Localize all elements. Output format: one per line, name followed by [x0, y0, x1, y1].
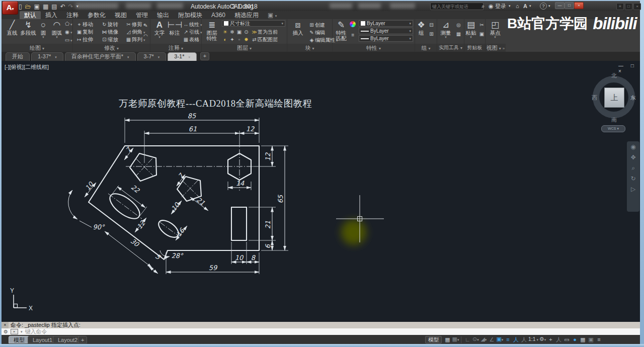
open-file-icon[interactable]: 🗁 — [25, 3, 31, 10]
drawing-note-text[interactable]: 万老师原创教程---CAD2018全新高端绘图教程 — [119, 99, 312, 109]
leader-button[interactable]: ↗引线 ▾ — [183, 28, 202, 36]
new-tab-button[interactable]: + — [200, 52, 209, 60]
view-cube-top-face[interactable]: 上 — [604, 88, 624, 108]
full-navigation-wheel-icon[interactable]: ◉ — [630, 143, 635, 150]
tab-insert[interactable]: 插入 — [41, 11, 62, 19]
command-prompt-icon[interactable]: ▸ — [11, 329, 18, 334]
insert-block-button[interactable]: ⧈插入 — [290, 20, 305, 36]
mirror-button[interactable]: ⋈镜像 — [101, 28, 118, 36]
object-snap-tracking-icon[interactable]: ∠ — [488, 335, 496, 344]
rectangle-tool-icon[interactable]: ▭▾ — [64, 36, 72, 44]
player-control-icon[interactable]: ≡ — [616, 3, 624, 10]
wcs-menu[interactable]: WCS ▾ — [601, 125, 625, 132]
panel-label-properties[interactable]: 特性 ▾ — [333, 44, 415, 52]
lineweight-dropdown[interactable]: ByLayer▾ — [359, 35, 413, 42]
layer-lock-icon[interactable]: ▣ — [236, 28, 243, 36]
customization-menu-icon[interactable]: ≡ — [595, 335, 603, 344]
panel-label-modify[interactable]: 修改 ▾ — [73, 44, 150, 52]
group-button[interactable]: ❖组 — [415, 20, 427, 36]
sign-in-label[interactable]: 登录 — [495, 3, 506, 10]
clean-screen-icon[interactable]: ▣ — [587, 335, 595, 344]
ribbon-options-icon[interactable]: ▣ ▾ — [263, 11, 281, 19]
units-icon[interactable]: 人 — [555, 335, 562, 344]
copy-button[interactable]: ▣复制 — [76, 28, 93, 36]
customize-wrench-icon[interactable]: ⚙ — [4, 328, 8, 335]
centerlines[interactable] — [108, 149, 254, 235]
autodesk-a360-icon[interactable]: A — [523, 3, 527, 10]
compass-south[interactable]: 南 — [611, 116, 617, 124]
compass-east[interactable]: 东 — [630, 94, 636, 102]
help-dropdown-icon[interactable]: ▾ — [548, 3, 550, 10]
copy-clip-icon[interactable]: ▣ — [478, 30, 485, 38]
player-control-icon[interactable]: × — [633, 3, 641, 10]
a360-dropdown-icon[interactable]: ▾ — [529, 3, 531, 10]
help-icon[interactable]: ? — [540, 3, 547, 10]
tab-view[interactable]: 视图 — [110, 11, 131, 19]
move-button[interactable]: ⌖移动 — [76, 21, 93, 28]
orbit-icon[interactable]: ↻ — [630, 175, 635, 182]
paste-button[interactable]: ▤粘贴▾ — [464, 20, 477, 39]
undo-icon[interactable]: ↶ — [60, 3, 65, 10]
viewport-controls[interactable]: [-][俯视][二维线框] — [5, 63, 49, 71]
lineweight-list-icon[interactable]: ≡ — [350, 31, 356, 39]
ortho-toggle-icon[interactable]: ∟ — [464, 335, 471, 344]
command-close-icon[interactable]: × — [2, 322, 9, 328]
calculator-icon[interactable]: ▦ — [455, 30, 462, 38]
sign-in-dropdown-icon[interactable]: ▾ — [509, 3, 511, 10]
layer-properties-button[interactable]: ≣ 图层特性 — [204, 20, 220, 41]
object-color-dropdown[interactable]: ByLayer▾ — [359, 20, 413, 27]
isometric-drafting-icon[interactable]: ◢▾ — [480, 334, 488, 344]
tab-a360[interactable]: A360 — [207, 11, 230, 19]
layer-walk-icon[interactable]: ✹ — [243, 36, 250, 43]
tab-manage[interactable]: 管理 — [131, 11, 152, 19]
annotation-scale-icon[interactable]: 人 — [520, 335, 528, 344]
quick-select-icon[interactable]: ◎ — [455, 21, 462, 29]
circle-button[interactable]: ○圆▾ — [37, 20, 50, 39]
compass-north[interactable]: 北 — [611, 72, 617, 79]
tab-output[interactable]: 输出 — [152, 11, 174, 19]
panel-label-clipboard[interactable]: 剪贴板 — [464, 44, 485, 52]
command-input-placeholder[interactable]: 键入命令 — [25, 328, 47, 335]
panel-label-view[interactable]: 视图 ▾ » — [486, 44, 506, 52]
polygon-tool-icon[interactable]: ⬠▾ — [64, 20, 72, 28]
match-layer-button[interactable]: ⇄匹配图层 — [251, 36, 278, 43]
workspace-switching-icon[interactable]: ⚙▾ — [539, 334, 546, 344]
dimension-button[interactable]: ⊢⊣标注 — [168, 20, 182, 36]
view-cube[interactable]: 北 西 东 南 上 WCS ▾ — [590, 72, 637, 134]
ellipse-tool-icon[interactable]: ◉▾ — [64, 28, 72, 36]
quick-properties-icon[interactable]: ▭ — [563, 335, 571, 344]
fillet-icon[interactable]: ◠ — [142, 32, 149, 40]
linear-dim-button[interactable]: ↔线性 ▾ — [183, 21, 202, 28]
table-button[interactable]: ▦表格 — [183, 36, 199, 43]
object-snap-icon[interactable]: ▣▾ — [496, 334, 504, 344]
search-input[interactable] — [430, 3, 484, 10]
user-icon[interactable]: ◉ — [489, 3, 494, 10]
close-button[interactable]: × — [574, 2, 584, 9]
minimize-button[interactable]: — — [555, 2, 565, 9]
layer-on-icon[interactable]: ◐ — [222, 36, 228, 43]
search-icon[interactable]: ⌕ — [481, 3, 485, 10]
annotation-visibility-icon[interactable]: ≡ — [504, 335, 512, 344]
arc-button[interactable]: ◠圆弧▾ — [50, 20, 64, 39]
zoom-icon[interactable]: ⌕ — [631, 164, 635, 171]
panel-label-annotate[interactable]: 注释 ▾ — [150, 44, 201, 52]
restore-button[interactable]: □ — [565, 2, 574, 9]
annotation-scale-value[interactable]: 1:1 ▾ — [528, 334, 538, 344]
polyline-button[interactable]: ↯多段线 — [20, 20, 37, 36]
layer-off-icon[interactable]: ☀ — [222, 28, 228, 36]
layer-thaw-icon[interactable]: ✦ — [229, 36, 235, 43]
file-tab[interactable]: 1-37*▾ — [31, 52, 63, 61]
base-point-button[interactable]: ◰基点▾ — [487, 20, 503, 39]
panel-label-layers[interactable]: 图层 ▾ — [202, 44, 287, 52]
model-tab[interactable]: 模型 — [9, 336, 30, 343]
pan-icon[interactable]: ✥ — [630, 154, 635, 161]
create-block-button[interactable]: ⊞创建 — [308, 21, 325, 29]
match-properties-button[interactable]: ✎ 特性匹配 — [334, 20, 349, 41]
rotate-button[interactable]: ↻旋转 — [101, 21, 118, 28]
compass-west[interactable]: 西 — [592, 94, 597, 102]
layer-dropdown[interactable]: 尺寸标注 ▾ — [222, 20, 285, 27]
color-wheel-icon[interactable] — [350, 21, 356, 29]
edit-block-button[interactable]: ✎编辑 — [308, 29, 325, 36]
save-icon[interactable]: ▣ — [34, 3, 40, 10]
line-button[interactable]: ╱直线 — [4, 20, 21, 36]
